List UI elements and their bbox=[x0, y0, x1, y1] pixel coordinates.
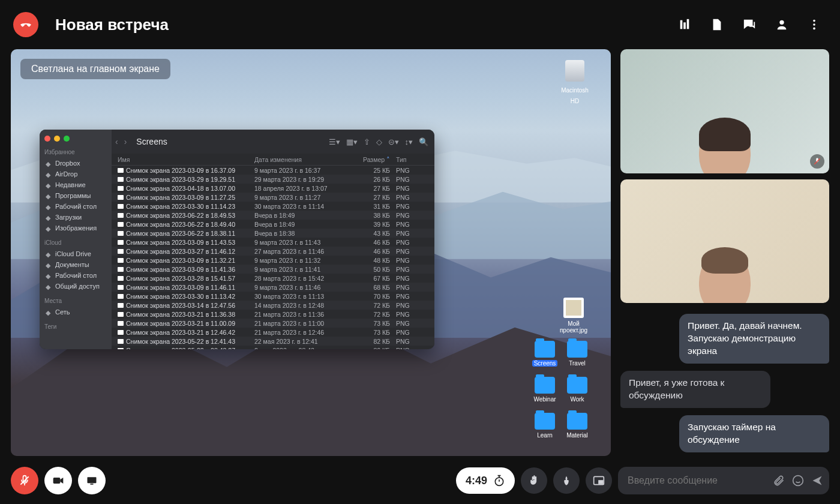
finder-sidebar-item[interactable]: ◆Изображения bbox=[44, 223, 107, 233]
chat-input-box bbox=[618, 467, 829, 494]
chat-panel: Привет. Да, давай начнем. Запускаю демон… bbox=[620, 309, 829, 456]
desktop-file-project[interactable]: Мой проект.jpg bbox=[557, 298, 590, 334]
emoji-icon[interactable] bbox=[792, 475, 804, 487]
svg-point-6 bbox=[813, 28, 815, 30]
send-icon[interactable] bbox=[811, 475, 823, 487]
finder-file-row[interactable]: Снимок экрана 2023-05-22 в 12.41.4322 ма… bbox=[112, 337, 434, 346]
finder-file-row[interactable]: Снимок экрана 2023-03-30 в 11.14.2330 ма… bbox=[112, 202, 434, 211]
chat-message-other: Привет, я уже готова к обсуждению bbox=[620, 371, 770, 408]
minimize-dot[interactable] bbox=[54, 136, 60, 142]
svg-rect-9 bbox=[53, 478, 61, 484]
search-icon[interactable]: 🔍 bbox=[419, 137, 428, 146]
finder-file-row[interactable]: Снимок экрана 2023-03-09 в 11.46.119 мар… bbox=[112, 283, 434, 292]
finder-sidebar-item[interactable]: ◆Загрузки bbox=[44, 212, 107, 223]
finder-file-row[interactable]: Снимок экрана 2023-05-02 в 08.43.272 мая… bbox=[112, 346, 434, 349]
hangup-button[interactable] bbox=[13, 12, 38, 37]
finder-file-row[interactable]: Снимок экрана 2023-03-09 в 16.37.099 мар… bbox=[112, 166, 434, 175]
finder-toolbar: ‹ › Screens ☰▾ ▦▾ ⇧ ◇ ⊝▾ ↕▾ 🔍 bbox=[112, 130, 434, 154]
shared-screen-stage: Светлана на главном экране Macintosh HD … bbox=[11, 49, 611, 456]
pip-button[interactable] bbox=[586, 467, 612, 494]
finder-sidebar-item[interactable]: ◆Сеть bbox=[44, 307, 107, 317]
svg-point-5 bbox=[813, 23, 815, 26]
finder-file-row[interactable]: Снимок экрана 2023-03-21 в 11.00.0921 ма… bbox=[112, 319, 434, 328]
desktop-folder-material[interactable]: Material bbox=[560, 413, 594, 439]
finder-file-row[interactable]: Снимок экрана 2023-03-09 в 11.41.369 мар… bbox=[112, 265, 434, 274]
grid-view-icon[interactable]: ▦▾ bbox=[346, 137, 358, 146]
chat-message-mine: Привет. Да, давай начнем. Запускаю демон… bbox=[679, 314, 829, 364]
svg-rect-11 bbox=[91, 484, 94, 485]
finder-file-row[interactable]: Снимок экрана 2023-03-21 в 12.46.4221 ма… bbox=[112, 328, 434, 337]
finder-sidebar-item[interactable]: ◆Dropbox bbox=[44, 158, 107, 169]
finder-sidebar-item[interactable]: ◆Программы bbox=[44, 190, 107, 201]
sync-icon[interactable]: ↕▾ bbox=[405, 137, 413, 146]
chat-message-mine: Запускаю таймер на обсуждение bbox=[679, 415, 829, 452]
finder-sidebar-item[interactable]: ◆Документы bbox=[44, 259, 107, 270]
finder-sidebar-item[interactable]: ◆Общий доступ bbox=[44, 281, 107, 292]
finder-file-row[interactable]: Снимок экрана 2023-03-09 в 11.43.539 мар… bbox=[112, 238, 434, 247]
document-icon[interactable] bbox=[704, 12, 730, 37]
finder-file-row[interactable]: Снимок экрана 2023-04-18 в 13.07.0018 ап… bbox=[112, 184, 434, 193]
mic-button[interactable] bbox=[11, 467, 38, 494]
finder-sidebar-item[interactable]: ◆iCloud Drive bbox=[44, 248, 107, 259]
finder-file-list[interactable]: Снимок экрана 2023-03-09 в 16.37.099 мар… bbox=[112, 166, 434, 349]
finder-file-row[interactable]: Снимок экрана 2023-06-22 в 18.38.11Вчера… bbox=[112, 229, 434, 238]
svg-rect-14 bbox=[599, 481, 603, 484]
finder-sidebar-item[interactable]: ◆Рабочий стол bbox=[44, 201, 107, 212]
reactions-button[interactable] bbox=[553, 467, 580, 494]
finder-file-row[interactable]: Снимок экрана 2023-06-22 в 18.49.53Вчера… bbox=[112, 211, 434, 220]
finder-file-row[interactable]: Снимок экрана 2023-03-28 в 15.41.5728 ма… bbox=[112, 274, 434, 283]
meeting-title: Новая встреча bbox=[55, 16, 169, 34]
finder-file-row[interactable]: Снимок экрана 2023-03-21 в 11.36.3821 ма… bbox=[112, 310, 434, 319]
finder-file-row[interactable]: Снимок экрана 2023-03-14 в 12.47.5614 ма… bbox=[112, 301, 434, 310]
finder-file-row[interactable]: Снимок экрана 2023-03-09 в 11.32.219 мар… bbox=[112, 256, 434, 265]
chat-icon[interactable] bbox=[737, 12, 762, 37]
participant-video-1[interactable] bbox=[620, 49, 829, 173]
chat-input[interactable] bbox=[628, 475, 766, 486]
poll-icon[interactable] bbox=[672, 12, 697, 37]
action-icon[interactable]: ⊝▾ bbox=[388, 137, 399, 146]
maximize-dot[interactable] bbox=[64, 136, 70, 142]
desktop-folder-learn[interactable]: Learn bbox=[528, 413, 562, 439]
desktop-folder-travel[interactable]: Travel bbox=[560, 341, 594, 367]
timer-value: 4:49 bbox=[466, 475, 487, 487]
camera-button[interactable] bbox=[44, 467, 72, 494]
finder-sidebar-item[interactable]: ◆Рабочий стол bbox=[44, 270, 107, 281]
raise-hand-button[interactable] bbox=[521, 467, 547, 494]
participants-icon[interactable] bbox=[769, 12, 794, 37]
back-icon[interactable]: ‹ bbox=[115, 137, 118, 146]
finder-file-row[interactable]: Снимок экрана 2023-06-22 в 18.49.40Вчера… bbox=[112, 220, 434, 229]
more-icon[interactable] bbox=[802, 12, 827, 37]
forward-icon[interactable]: › bbox=[124, 137, 127, 146]
desktop-folder-screens[interactable]: Screens bbox=[528, 341, 562, 367]
finder-window[interactable]: Избранное ◆Dropbox◆AirDrop◆Недавние◆Прог… bbox=[40, 130, 434, 349]
desktop-folder-work[interactable]: Work bbox=[560, 377, 594, 403]
finder-columns: Имя Дата изменения Размер ˄ Тип bbox=[112, 154, 434, 166]
mic-muted-icon bbox=[810, 154, 824, 169]
svg-point-4 bbox=[813, 20, 815, 22]
participant-video-2[interactable] bbox=[620, 179, 829, 304]
svg-point-15 bbox=[793, 476, 803, 486]
svg-rect-2 bbox=[687, 19, 689, 29]
finder-sidebar: Избранное ◆Dropbox◆AirDrop◆Недавние◆Прог… bbox=[40, 130, 112, 349]
finder-sidebar-item[interactable]: ◆AirDrop bbox=[44, 169, 107, 179]
stopwatch-icon bbox=[493, 475, 505, 487]
timer-pill[interactable]: 4:49 bbox=[456, 467, 515, 494]
svg-point-3 bbox=[779, 20, 784, 25]
attach-icon[interactable] bbox=[773, 475, 785, 487]
share-icon[interactable]: ⇧ bbox=[364, 137, 370, 146]
finder-sidebar-item[interactable]: ◆Недавние bbox=[44, 179, 107, 190]
svg-rect-0 bbox=[680, 20, 683, 29]
finder-file-row[interactable]: Снимок экрана 2023-03-09 в 11.27.259 мар… bbox=[112, 193, 434, 202]
close-dot[interactable] bbox=[44, 136, 50, 142]
presenter-pill: Светлана на главном экране bbox=[20, 59, 170, 79]
finder-file-row[interactable]: Снимок экрана 2023-03-27 в 11.46.1227 ма… bbox=[112, 247, 434, 256]
disk-label: Macintosh HD bbox=[561, 87, 589, 104]
disk-icon[interactable]: Macintosh HD bbox=[557, 60, 593, 106]
finder-file-row[interactable]: Снимок экрана 2023-03-29 в 19.29.5129 ма… bbox=[112, 175, 434, 184]
header-bar: Новая встреча bbox=[0, 0, 840, 49]
desktop-folder-webinar[interactable]: Webinar bbox=[528, 377, 562, 403]
finder-file-row[interactable]: Снимок экрана 2023-03-30 в 11.13.4230 ма… bbox=[112, 292, 434, 301]
share-screen-button[interactable] bbox=[78, 467, 106, 494]
tag-icon[interactable]: ◇ bbox=[376, 137, 382, 146]
list-view-icon[interactable]: ☰▾ bbox=[329, 137, 340, 146]
